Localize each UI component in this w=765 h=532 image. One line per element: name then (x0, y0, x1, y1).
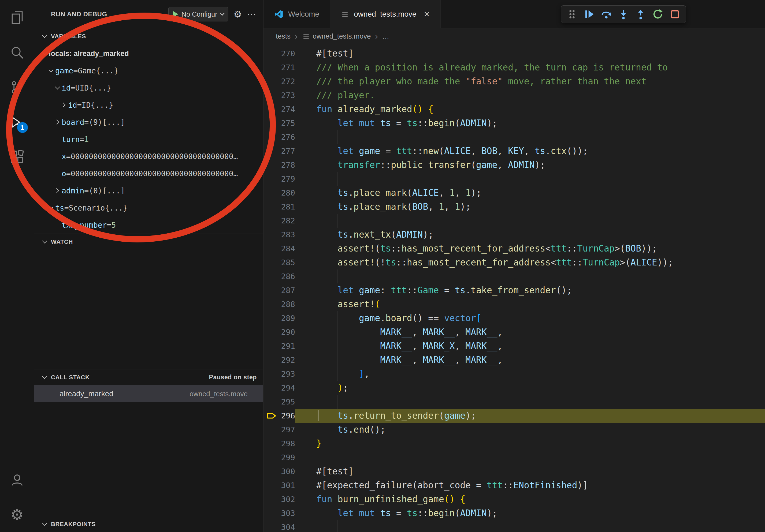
restart-icon[interactable] (650, 7, 665, 22)
code-line-297[interactable]: 297 ts.end(); (264, 423, 765, 437)
twisty-closed-icon[interactable] (60, 101, 68, 109)
code-content[interactable]: assert!(ts::has_most_recent_for_address<… (295, 242, 765, 256)
code-editor[interactable]: 270#[test]271/// When a position is alre… (264, 44, 765, 532)
code-line-300[interactable]: 300#[test] (264, 464, 765, 478)
code-content[interactable]: fun burn_unfinished_game() { (295, 492, 765, 506)
code-content[interactable]: let mut ts = ts::begin(ADMIN); (295, 116, 765, 130)
line-number[interactable]: 279 (280, 172, 295, 186)
code-line-294[interactable]: 294 ); (264, 381, 765, 395)
gutter-glyph-margin[interactable] (264, 214, 280, 228)
twisty-open-icon[interactable] (47, 204, 55, 212)
line-number[interactable]: 297 (280, 423, 295, 437)
gutter-glyph-margin[interactable] (264, 242, 280, 256)
line-number[interactable]: 292 (280, 353, 295, 367)
code-content[interactable]: let game: ttt::Game = ts.take_from_sende… (295, 283, 765, 297)
code-content[interactable]: #[test] (295, 464, 765, 478)
gutter-glyph-margin[interactable] (264, 478, 280, 492)
gutter-glyph-margin[interactable] (264, 283, 280, 297)
code-line-270[interactable]: 270#[test] (264, 47, 765, 61)
line-number[interactable]: 283 (280, 228, 295, 242)
code-line-281[interactable]: 281 ts.place_mark(BOB, 1, 1); (264, 200, 765, 214)
tab-welcome[interactable]: Welcome (264, 0, 330, 28)
code-content[interactable]: let game = ttt::new(ALICE, BOB, KEY, ts.… (295, 144, 765, 158)
gutter-glyph-margin[interactable] (264, 395, 280, 409)
variable-row[interactable]: o = 000000000000000000000000000000000000… (34, 165, 263, 182)
code-content[interactable]: let mut ts = ts::begin(ADMIN); (295, 506, 765, 520)
code-content[interactable] (295, 130, 765, 144)
code-content[interactable]: ], (295, 367, 765, 381)
code-content[interactable]: game.board() == vector[ (295, 311, 765, 325)
twisty-open-icon[interactable] (54, 84, 62, 92)
code-content[interactable]: assert!(!ts::has_most_recent_for_address… (295, 256, 765, 269)
line-number[interactable]: 272 (280, 75, 295, 89)
code-content[interactable]: ts.place_mark(BOB, 1, 1); (295, 200, 765, 214)
gutter-glyph-margin[interactable] (264, 256, 280, 269)
toolbar-gripper-icon[interactable] (564, 7, 579, 22)
code-content[interactable]: /// player. (295, 89, 765, 102)
code-line-282[interactable]: 282 (264, 214, 765, 228)
code-content[interactable]: ts.end(); (295, 423, 765, 437)
code-line-278[interactable]: 278 transfer::public_transfer(game, ADMI… (264, 158, 765, 172)
line-number[interactable]: 300 (280, 464, 295, 478)
gutter-glyph-margin[interactable] (264, 409, 280, 423)
code-content[interactable]: transfer::public_transfer(game, ADMIN); (295, 158, 765, 172)
line-number[interactable]: 290 (280, 325, 295, 339)
gutter-glyph-margin[interactable] (264, 200, 280, 214)
code-line-285[interactable]: 285 assert!(!ts::has_most_recent_for_add… (264, 256, 765, 269)
code-line-301[interactable]: 301#[expected_failure(abort_code = ttt::… (264, 478, 765, 492)
breadcrumb-item[interactable]: owned_tests.move (302, 32, 371, 40)
code-content[interactable]: ); (295, 381, 765, 395)
gutter-glyph-margin[interactable] (264, 47, 280, 61)
line-number[interactable]: 273 (280, 89, 295, 102)
line-number[interactable]: 276 (280, 130, 295, 144)
code-line-277[interactable]: 277 let game = ttt::new(ALICE, BOB, KEY,… (264, 144, 765, 158)
line-number[interactable]: 282 (280, 214, 295, 228)
gutter-glyph-margin[interactable] (264, 520, 280, 532)
line-number[interactable]: 299 (280, 450, 295, 464)
variable-row[interactable]: x = 000000000000000000000000000000000000… (34, 148, 263, 165)
gutter-glyph-margin[interactable] (264, 158, 280, 172)
code-content[interactable] (295, 214, 765, 228)
gutter-glyph-margin[interactable] (264, 311, 280, 325)
code-content[interactable] (295, 269, 765, 283)
explorer-icon[interactable] (4, 4, 31, 31)
code-line-295[interactable]: 295 (264, 395, 765, 409)
extensions-icon[interactable] (4, 143, 31, 170)
code-content[interactable] (295, 395, 765, 409)
gutter-glyph-margin[interactable] (264, 61, 280, 75)
gutter-glyph-margin[interactable] (264, 353, 280, 367)
gutter-glyph-margin[interactable] (264, 228, 280, 242)
line-number[interactable]: 302 (280, 492, 295, 506)
variable-row[interactable]: admin = (0)[...] (34, 182, 263, 199)
line-number[interactable]: 287 (280, 283, 295, 297)
line-number[interactable]: 270 (280, 47, 295, 61)
code-line-303[interactable]: 303 let mut ts = ts::begin(ADMIN); (264, 506, 765, 520)
code-content[interactable]: ts.next_tx(ADMIN); (295, 228, 765, 242)
code-content[interactable]: fun already_marked() { (295, 102, 765, 116)
line-number[interactable]: 293 (280, 367, 295, 381)
gutter-glyph-margin[interactable] (264, 269, 280, 283)
code-line-292[interactable]: 292 MARK__, MARK__, MARK__, (264, 353, 765, 367)
debug-config-dropdown[interactable]: No Configur (168, 7, 228, 21)
gutter-glyph-margin[interactable] (264, 464, 280, 478)
variable-row[interactable]: turn = 1 (34, 131, 263, 148)
call-stack-section-header[interactable]: CALL STACK Paused on step (34, 369, 263, 385)
code-content[interactable] (295, 172, 765, 186)
code-content[interactable]: MARK__, MARK__, MARK__, (295, 353, 765, 367)
breadcrumb-item[interactable]: … (382, 32, 389, 40)
line-number[interactable]: 295 (280, 395, 295, 409)
gutter-glyph-margin[interactable] (264, 325, 280, 339)
gutter-glyph-margin[interactable] (264, 102, 280, 116)
variable-row[interactable]: ts = Scenario{...} (34, 199, 263, 216)
line-number[interactable]: 286 (280, 269, 295, 283)
line-number[interactable]: 303 (280, 506, 295, 520)
gutter-glyph-margin[interactable] (264, 492, 280, 506)
code-line-272[interactable]: 272/// the player who made the "false" m… (264, 75, 765, 89)
start-debugging-icon[interactable] (173, 11, 178, 17)
twisty-open-icon[interactable] (47, 67, 55, 75)
code-content[interactable]: ts.place_mark(ALICE, 1, 1); (295, 186, 765, 200)
close-icon[interactable]: × (424, 9, 430, 19)
gutter-glyph-margin[interactable] (264, 75, 280, 89)
code-line-290[interactable]: 290 MARK__, MARK__, MARK__, (264, 325, 765, 339)
step-out-icon[interactable] (633, 7, 648, 22)
